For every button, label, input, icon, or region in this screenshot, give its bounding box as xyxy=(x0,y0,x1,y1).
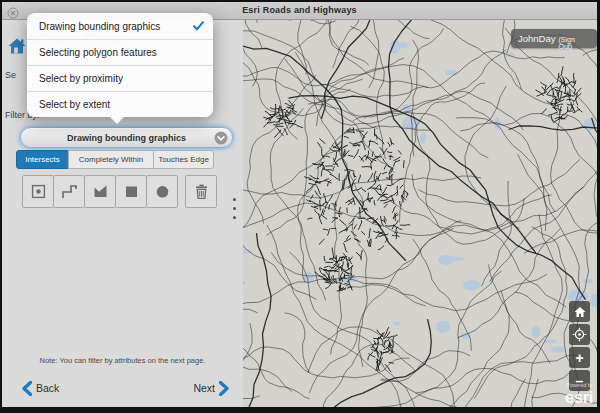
covered-label-fragment: Se xyxy=(5,70,16,80)
zoom-in-label: + xyxy=(575,351,583,365)
road-network-svg xyxy=(243,20,597,407)
tab-completely-within-label: Completely Within xyxy=(79,155,143,164)
sign-out-link[interactable]: (Sign Out) xyxy=(559,36,591,50)
menu-item-label: Select by proximity xyxy=(39,73,123,84)
menu-item-select-by-proximity[interactable]: Select by proximity xyxy=(27,65,213,91)
tab-touches-edge[interactable]: Touches Edge xyxy=(153,150,214,169)
trash-icon xyxy=(193,183,210,200)
menu-item-label: Select by extent xyxy=(39,99,110,110)
chevron-right-icon xyxy=(219,381,229,396)
esri-logo: esri xyxy=(565,388,593,407)
circle-icon xyxy=(154,183,171,200)
next-label: Next xyxy=(193,382,215,394)
draw-polygon-button[interactable] xyxy=(84,175,116,208)
back-button[interactable]: Back xyxy=(22,381,59,396)
window-frame: Esri Roads and Highways Mileage Report S… xyxy=(0,0,600,413)
locate-button[interactable] xyxy=(569,324,590,345)
spatial-relation-tabs: Intersects Completely Within Touches Edg… xyxy=(16,150,214,169)
note-text: Note: You can filter by attributes on th… xyxy=(2,356,243,365)
home-icon[interactable] xyxy=(7,36,27,56)
panel-resize-handle[interactable] xyxy=(233,198,236,219)
draw-rectangle-button[interactable] xyxy=(115,175,147,208)
map-view[interactable]: JohnDay (Sign Out) + xyxy=(243,20,597,407)
user-badge[interactable]: JohnDay (Sign Out) xyxy=(511,29,597,48)
wizard-nav: Back Next xyxy=(2,376,243,400)
chevron-down-icon xyxy=(214,131,228,145)
draw-polyline-button[interactable] xyxy=(53,175,85,208)
selection-method-value: Drawing bounding graphics xyxy=(67,133,186,143)
map-home-icon xyxy=(573,305,587,319)
map-controls: + – xyxy=(569,301,590,391)
menu-item-select-by-extent[interactable]: Select by extent xyxy=(27,91,213,117)
tab-touches-edge-label: Touches Edge xyxy=(158,155,209,164)
menu-item-label: Selecting polygon features xyxy=(39,47,157,58)
selection-method-menu: Drawing bounding graphics Selecting poly… xyxy=(27,13,213,117)
clear-graphics-button[interactable] xyxy=(185,175,217,208)
rectangle-icon xyxy=(123,183,140,200)
map-home-button[interactable] xyxy=(569,301,590,322)
locate-icon xyxy=(572,327,587,342)
draw-circle-button[interactable] xyxy=(146,175,178,208)
polyline-icon xyxy=(61,183,78,200)
menu-item-label: Drawing bounding graphics xyxy=(39,21,160,32)
draw-point-button[interactable] xyxy=(22,175,54,208)
tab-completely-within[interactable]: Completely Within xyxy=(68,150,154,169)
zoom-in-button[interactable]: + xyxy=(569,347,590,368)
popup-callout-arrow xyxy=(109,116,125,124)
point-icon xyxy=(30,183,47,200)
menu-item-selecting-polygon-features[interactable]: Selecting polygon features xyxy=(27,39,213,65)
next-button[interactable]: Next xyxy=(193,381,229,396)
tab-intersects[interactable]: Intersects xyxy=(16,150,69,169)
back-label: Back xyxy=(36,382,59,394)
selection-method-dropdown[interactable]: Drawing bounding graphics xyxy=(20,127,233,148)
app-window: Esri Roads and Highways Mileage Report S… xyxy=(2,2,597,407)
user-name: JohnDay xyxy=(518,29,556,48)
chevron-left-icon xyxy=(22,381,32,396)
menu-item-drawing-bounding-graphics[interactable]: Drawing bounding graphics xyxy=(27,13,213,39)
esri-attribution: Powered by esri xyxy=(565,383,593,406)
draw-tools xyxy=(22,175,217,208)
polygon-icon xyxy=(92,183,109,200)
check-icon xyxy=(193,21,204,31)
tab-intersects-label: Intersects xyxy=(25,155,60,164)
